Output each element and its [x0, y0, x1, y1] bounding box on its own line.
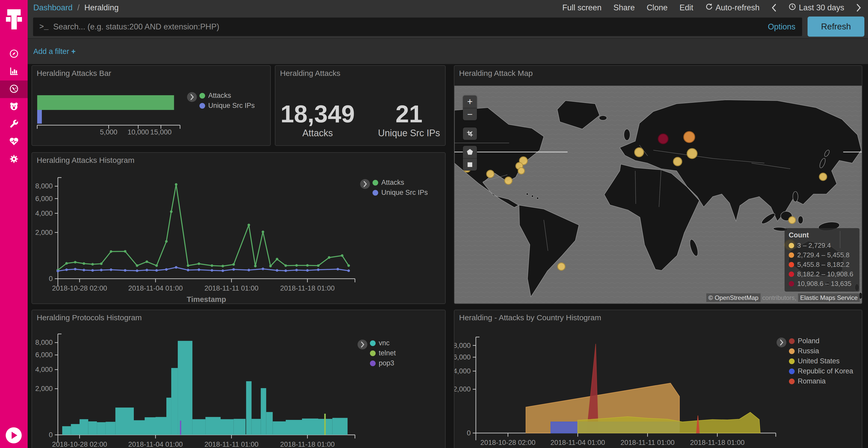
- search-placeholder: Search... (e.g. status:200 AND extension…: [53, 22, 768, 32]
- svg-text:2018-10-28 02:00: 2018-10-28 02:00: [52, 284, 107, 292]
- panel-title[interactable]: Heralding Attacks: [280, 69, 340, 78]
- legend-range-4: 8,182.2 – 10,908.6: [789, 269, 855, 279]
- legend-dot: [789, 243, 794, 248]
- world-map[interactable]: + −: [455, 86, 862, 304]
- attack-origin-circle[interactable]: [819, 173, 827, 181]
- top-menu: Full screen Share Clone Edit Auto-refres…: [562, 3, 868, 13]
- kibana-dashboard-screen: Dashboard / Heralding Full screen Share …: [0, 0, 868, 448]
- legend-item-attacks[interactable]: Attacks: [373, 177, 428, 187]
- legend-toggle-button[interactable]: [187, 92, 197, 102]
- options-link[interactable]: Options: [768, 22, 796, 32]
- legend-dot: [789, 379, 795, 384]
- svg-text:0: 0: [49, 431, 53, 439]
- legend-item-attacks[interactable]: Attacks: [199, 91, 255, 101]
- search-input[interactable]: >_ Search... (e.g. status:200 AND extens…: [33, 18, 802, 36]
- sidebar-item-devtools[interactable]: [0, 115, 28, 133]
- map-zoom-controls: + −: [463, 96, 477, 120]
- attack-origin-circle[interactable]: [504, 176, 513, 185]
- attack-origin-circle[interactable]: [658, 133, 669, 144]
- sidebar-item-visualize[interactable]: [0, 63, 28, 80]
- sidebar-item-dashboard[interactable]: [0, 80, 28, 98]
- t-mobile-logo[interactable]: [6, 8, 22, 34]
- time-forward-button[interactable]: [856, 3, 861, 12]
- refresh-button[interactable]: Refresh: [808, 16, 864, 37]
- attack-origin-circle[interactable]: [557, 263, 565, 271]
- legend-item-vnc[interactable]: vnc: [370, 338, 396, 348]
- svg-text:6,000: 6,000: [35, 195, 53, 203]
- auto-refresh-button[interactable]: Auto-refresh: [705, 3, 760, 13]
- panel-heralding-attack-map: Heralding Attack Map: [454, 65, 862, 304]
- clock-icon: [788, 3, 796, 13]
- panel-title[interactable]: Heralding - Attacks by Country Histogram: [459, 313, 601, 322]
- legend-item-telnet[interactable]: telnet: [370, 348, 396, 358]
- full-screen-button[interactable]: Full screen: [562, 3, 602, 12]
- panel-heralding-protocols-histogram: Heralding Protocols Histogram 02,0004,00…: [32, 310, 445, 448]
- edit-button[interactable]: Edit: [679, 3, 693, 12]
- legend-item-poland[interactable]: Poland: [789, 336, 853, 346]
- crop-icon[interactable]: [463, 128, 477, 140]
- sidebar: [0, 0, 28, 448]
- elastic-maps-service-link[interactable]: Elastic Maps Service: [798, 294, 860, 302]
- refresh-cycle-icon: [705, 3, 713, 13]
- legend: Attacks Unique Src IPs: [199, 91, 255, 111]
- gauge-icon: [9, 84, 19, 95]
- sidebar-collapse-button[interactable]: [6, 427, 22, 443]
- svg-text:15,000: 15,000: [150, 128, 172, 136]
- sidebar-item-management[interactable]: [0, 151, 28, 168]
- attack-origin-circle[interactable]: [683, 131, 695, 143]
- legend-item-pop3[interactable]: pop3: [370, 358, 396, 368]
- attack-origin-circle[interactable]: [673, 157, 682, 166]
- logo-stem: [11, 9, 17, 29]
- attack-origin-circle[interactable]: [634, 147, 644, 157]
- legend-dot: [789, 272, 794, 277]
- plus-icon: +: [69, 47, 76, 56]
- protocols-histogram-chart[interactable]: 02,0004,0006,0008,0002018-10-28 02:00201…: [32, 310, 445, 448]
- openstreetmap-link[interactable]: © OpenStreetMap: [706, 294, 761, 302]
- metric-label: Attacks: [281, 128, 355, 139]
- wrench-icon: [9, 119, 19, 130]
- svg-text:2,000: 2,000: [35, 229, 53, 236]
- attack-origin-circle[interactable]: [518, 167, 525, 174]
- legend-item-unique-src-ips[interactable]: Unique Src IPs: [199, 101, 255, 111]
- legend-toggle-button[interactable]: [358, 340, 367, 349]
- clone-button[interactable]: Clone: [647, 3, 668, 12]
- attack-origin-circle[interactable]: [687, 148, 698, 159]
- svg-text:Timestamp: Timestamp: [187, 295, 226, 304]
- time-range-button[interactable]: Last 30 days: [788, 3, 844, 13]
- rectangle-tool-button[interactable]: [463, 158, 477, 171]
- legend-dot: [789, 369, 795, 374]
- panel-heralding-attacks-bar: Heralding Attacks Bar 5,00010,00015,000 …: [32, 65, 271, 146]
- legend-item-russia[interactable]: Russia: [789, 346, 853, 356]
- legend-toggle-button[interactable]: [360, 179, 370, 189]
- legend-item-romania[interactable]: Romania: [789, 376, 853, 386]
- attack-origin-circle[interactable]: [788, 216, 796, 224]
- attacks-histogram-chart[interactable]: 02,0004,0006,0008,0002018-10-28 02:00201…: [32, 153, 445, 304]
- logo-square-left: [6, 17, 10, 22]
- sidebar-item-monitoring[interactable]: [0, 133, 28, 151]
- time-back-button[interactable]: [771, 3, 777, 12]
- panel-title[interactable]: Heralding Attack Map: [459, 69, 533, 78]
- svg-text:8,000: 8,000: [455, 342, 471, 349]
- panel-title[interactable]: Heralding Attacks Bar: [37, 69, 111, 78]
- legend-toggle-button[interactable]: [777, 338, 786, 347]
- panel-title[interactable]: Heralding Attacks Histogram: [37, 156, 134, 165]
- svg-text:2018-11-04 01:00: 2018-11-04 01:00: [128, 284, 183, 292]
- metric-value: 21: [378, 102, 440, 126]
- share-button[interactable]: Share: [613, 3, 635, 12]
- zoom-in-button[interactable]: +: [463, 96, 477, 108]
- legend-item-unique-src-ips[interactable]: Unique Src IPs: [373, 187, 428, 198]
- sidebar-item-tpot[interactable]: [0, 98, 28, 115]
- panel-heralding-attacks-by-country: Heralding - Attacks by Country Histogram…: [454, 310, 862, 448]
- legend: Poland Russia United States Republic of …: [789, 336, 853, 386]
- legend-item-republic-of-korea[interactable]: Republic of Korea: [789, 366, 853, 376]
- legend-range-2: 2,729.4 – 5,455.8: [789, 250, 855, 260]
- bar-chart-icon: [9, 66, 19, 77]
- attack-origin-circle[interactable]: [486, 170, 494, 178]
- polygon-tool-button[interactable]: [463, 146, 477, 158]
- panel-title[interactable]: Heralding Protocols Histogram: [37, 313, 142, 322]
- legend-item-united-states[interactable]: United States: [789, 356, 853, 366]
- zoom-out-button[interactable]: −: [463, 108, 477, 120]
- sidebar-item-discover[interactable]: [0, 45, 28, 63]
- breadcrumb-dashboard-link[interactable]: Dashboard: [33, 3, 72, 12]
- add-filter-button[interactable]: Add a filter+: [33, 47, 76, 56]
